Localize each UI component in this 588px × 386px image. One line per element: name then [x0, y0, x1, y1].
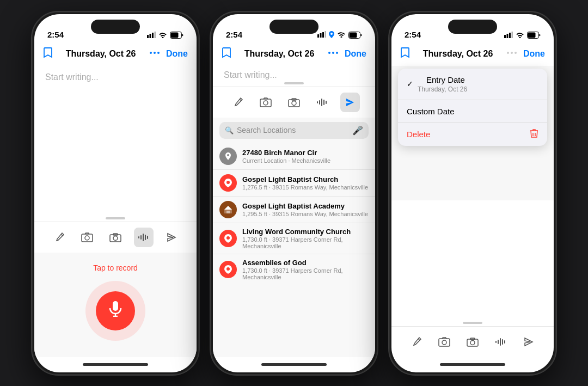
svg-rect-60	[504, 340, 505, 344]
svg-point-7	[154, 52, 156, 54]
toolbar-photo-1[interactable]	[77, 228, 97, 247]
svg-rect-24	[322, 32, 324, 38]
toolbar-photo-3[interactable]	[434, 332, 454, 352]
home-indicator-1	[34, 357, 197, 372]
menu-entry-date[interactable]: ✓ Entry Date Thursday, Oct 26	[398, 69, 547, 100]
location-item-1[interactable]: Gospel Light Baptist Church 1,276.5 ft ·…	[213, 170, 375, 197]
writing-area-2[interactable]: Start writing...	[213, 66, 375, 82]
location-section-2: 🔍 Search Locations 🎤 27480 Birch Manor C…	[213, 118, 375, 357]
loc-name-1: Gospel Light Baptist Church	[242, 175, 368, 183]
location-indicator-2	[329, 31, 334, 39]
svg-point-50	[511, 52, 513, 54]
header-title-1: Thursday, Oct 26	[66, 49, 136, 59]
svg-rect-31	[260, 99, 271, 107]
toolbar-audio-3[interactable]	[491, 332, 511, 352]
entry-date-subtitle: Thursday, Oct 26	[418, 85, 538, 93]
entry-date-title: Entry Date	[418, 75, 538, 84]
svg-rect-5	[171, 33, 179, 38]
toolbar-photo-2[interactable]	[256, 93, 275, 112]
loc-icon-0	[219, 148, 237, 165]
svg-rect-16	[145, 235, 146, 240]
mic-inner-1[interactable]	[96, 291, 135, 330]
bookmark-icon-3[interactable]	[400, 47, 410, 62]
search-bar-2[interactable]: 🔍 Search Locations 🎤	[219, 122, 369, 139]
svg-rect-9	[82, 234, 93, 242]
status-icons-2	[317, 31, 362, 39]
location-item-0[interactable]: 27480 Birch Manor Cir Current Location ·…	[213, 143, 375, 170]
svg-rect-17	[147, 236, 148, 239]
loc-detail-4: 1,730.0 ft · 39371 Harpers Corner Rd, Me…	[242, 267, 369, 280]
phone-3: 2:54 Thursday, Oct 26	[388, 11, 557, 376]
toolbar-area-1	[34, 217, 197, 253]
toolbar-wand-3[interactable]	[407, 332, 426, 352]
loc-info-0: 27480 Birch Manor Cir Current Location ·…	[242, 149, 330, 164]
done-button-1[interactable]: Done	[166, 49, 188, 59]
bookmark-icon-2[interactable]	[222, 47, 231, 62]
svg-rect-27	[350, 32, 357, 38]
svg-rect-58	[500, 338, 501, 346]
loc-detail-1: 1,276.5 ft · 39315 Romans Way, Mechanics…	[242, 184, 368, 191]
wifi-icon-1	[158, 32, 167, 39]
done-button-2[interactable]: Done	[345, 49, 366, 59]
toolbar-send-3[interactable]	[519, 332, 538, 352]
location-item-4[interactable]: Assemblies of God 1,730.0 ft · 39371 Har…	[213, 254, 375, 285]
more-button-3[interactable]	[506, 47, 518, 62]
phone-1: 2:54 Thursday, Oct 26	[31, 11, 200, 376]
toolbar-send-1[interactable]	[162, 228, 181, 247]
toolbar-drag-2	[284, 82, 304, 84]
toolbar-wand-1[interactable]	[50, 228, 69, 247]
svg-point-34	[292, 101, 296, 105]
toolbar-send-2[interactable]	[340, 93, 360, 112]
loc-info-4: Assemblies of God 1,730.0 ft · 39371 Har…	[242, 259, 369, 280]
mic-outer-1[interactable]	[85, 281, 145, 341]
svg-rect-61	[495, 341, 497, 343]
menu-delete[interactable]: Delete	[398, 123, 547, 146]
mic-icon-1	[108, 301, 122, 321]
loc-detail-2: 1,295.5 ft · 39315 Romans Way, Mechanics…	[242, 211, 368, 217]
more-button-2[interactable]	[327, 47, 339, 62]
dropdown-menu-3: ✓ Entry Date Thursday, Oct 26 Custom Dat…	[398, 69, 547, 146]
toolbar-audio-1[interactable]	[134, 228, 154, 247]
phone3-spacer	[391, 200, 554, 322]
svg-point-12	[113, 236, 118, 240]
mic-search-2[interactable]: 🎤	[352, 125, 363, 136]
signal-icon-3	[504, 32, 513, 39]
svg-rect-23	[320, 33, 322, 38]
svg-rect-1	[150, 34, 151, 38]
loc-name-2: Gospel Light Baptist Academy	[242, 202, 368, 210]
bookmark-icon-1[interactable]	[43, 47, 53, 62]
toolbar-wand-2[interactable]	[228, 93, 248, 112]
dynamic-island-2	[270, 20, 318, 34]
dynamic-island-3	[448, 20, 497, 34]
toolbar-camera-2[interactable]	[284, 93, 304, 112]
signal-icon-1	[147, 32, 156, 39]
svg-point-28	[328, 52, 330, 54]
header-actions-1: Done	[149, 47, 188, 62]
toolbar-drag-3	[463, 322, 482, 324]
svg-rect-37	[321, 99, 322, 106]
done-button-3[interactable]: Done	[523, 49, 545, 59]
signal-icon-2	[317, 31, 326, 39]
location-item-3[interactable]: Living Word Community Church 1,730.0 ft …	[213, 223, 375, 254]
svg-point-53	[442, 340, 446, 345]
time-1: 2:54	[47, 30, 64, 39]
menu-custom-date[interactable]: Custom Date	[398, 100, 547, 123]
location-item-2[interactable]: Gospel Light Baptist Academy 1,295.5 ft …	[213, 197, 375, 223]
status-icons-1	[147, 32, 183, 39]
time-2: 2:54	[226, 30, 242, 39]
more-button-1[interactable]	[149, 47, 161, 62]
toolbar-camera-1[interactable]	[106, 228, 125, 247]
header-actions-2: Done	[327, 47, 366, 62]
toolbar-camera-3[interactable]	[463, 332, 482, 352]
home-bar-2	[261, 363, 327, 366]
header-title-3: Thursday, Oct 26	[423, 49, 493, 59]
svg-point-55	[470, 340, 475, 345]
writing-area-1[interactable]: Start writing...	[34, 66, 197, 217]
toolbar-1	[34, 222, 197, 253]
svg-rect-44	[507, 34, 509, 38]
loc-icon-4	[219, 261, 237, 278]
checkmark-icon: ✓	[407, 79, 413, 88]
toolbar-audio-2[interactable]	[313, 93, 332, 112]
svg-rect-46	[512, 32, 513, 38]
loc-info-1: Gospel Light Baptist Church 1,276.5 ft ·…	[242, 175, 368, 191]
